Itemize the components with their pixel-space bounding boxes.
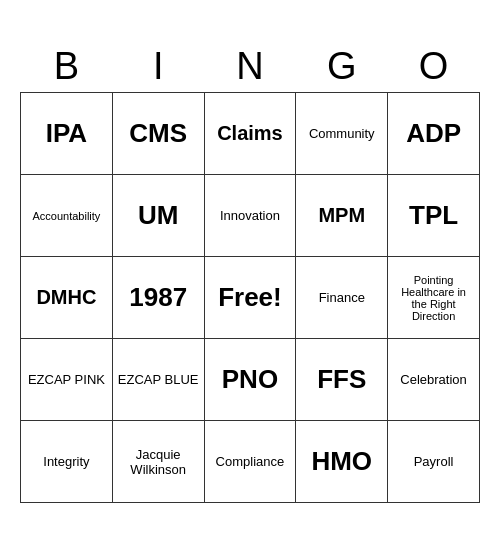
bingo-row: AccountabilityUMInnovationMPMTPL [21,175,480,257]
bingo-row: DMHC1987Free!FinancePointing Healthcare … [21,257,480,339]
bingo-cell: IPA [21,93,113,175]
bingo-row: EZCAP PINKEZCAP BLUEPNOFFSCelebration [21,339,480,421]
bingo-cell: FFS [296,339,388,421]
bingo-cell: Celebration [388,339,480,421]
bingo-cell: EZCAP BLUE [112,339,204,421]
bingo-cell: CMS [112,93,204,175]
bingo-header-letter: N [204,41,296,93]
bingo-cell: Jacquie Wilkinson [112,421,204,503]
bingo-row: IPACMSClaimsCommunityADP [21,93,480,175]
bingo-cell: EZCAP PINK [21,339,113,421]
bingo-card: BINGO IPACMSClaimsCommunityADPAccountabi… [20,41,480,504]
bingo-cell: 1987 [112,257,204,339]
bingo-cell: Free! [204,257,296,339]
bingo-header-letter: I [112,41,204,93]
bingo-cell: Payroll [388,421,480,503]
bingo-cell: Pointing Healthcare in the Right Directi… [388,257,480,339]
bingo-cell: UM [112,175,204,257]
bingo-cell: PNO [204,339,296,421]
bingo-header-letter: B [21,41,113,93]
bingo-cell: DMHC [21,257,113,339]
bingo-cell: Finance [296,257,388,339]
bingo-row: IntegrityJacquie WilkinsonComplianceHMOP… [21,421,480,503]
bingo-cell: Compliance [204,421,296,503]
bingo-cell: Claims [204,93,296,175]
bingo-cell: TPL [388,175,480,257]
bingo-header-letter: O [388,41,480,93]
bingo-cell: Innovation [204,175,296,257]
bingo-cell: ADP [388,93,480,175]
bingo-header-letter: G [296,41,388,93]
bingo-cell: Integrity [21,421,113,503]
bingo-cell: Community [296,93,388,175]
bingo-cell: HMO [296,421,388,503]
bingo-cell: Accountability [21,175,113,257]
bingo-cell: MPM [296,175,388,257]
